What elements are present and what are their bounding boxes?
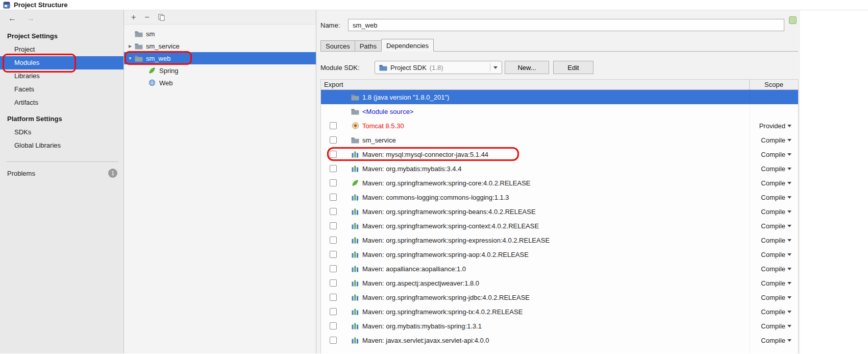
- scope-value: Compile: [761, 136, 785, 144]
- settings-sidebar: ← → Project SettingsProjectModulesLibrar…: [0, 10, 124, 353]
- sidebar-item-libraries[interactable]: Libraries: [0, 69, 123, 83]
- dependency-row[interactable]: Maven: org.mybatis:mybatis:3.4.4Compile: [321, 161, 798, 176]
- add-icon[interactable]: +: [131, 13, 136, 21]
- export-checkbox[interactable]: [330, 308, 337, 315]
- dependency-row[interactable]: Maven: aopalliance:aopalliance:1.0Compil…: [321, 262, 798, 276]
- scope-empty: [749, 90, 798, 104]
- tree-item-spring[interactable]: Spring: [124, 64, 316, 77]
- dependency-row[interactable]: Maven: javax.servlet:javax.servlet-api:4…: [321, 333, 798, 347]
- export-checkbox[interactable]: [330, 122, 337, 129]
- dependency-label: Maven: org.aspectj:aspectjweaver:1.8.0: [362, 279, 749, 287]
- chevron-down-icon: [787, 139, 791, 141]
- export-checkbox[interactable]: [330, 294, 337, 301]
- export-checkbox[interactable]: [330, 151, 337, 158]
- tab-sources[interactable]: Sources: [320, 40, 355, 51]
- scope-dropdown[interactable]: Compile: [749, 161, 798, 176]
- scope-dropdown[interactable]: Compile: [749, 190, 798, 204]
- dependency-label: 1.8 (java version "1.8.0_201"): [362, 93, 749, 101]
- new-sdk-button[interactable]: New...: [505, 61, 549, 74]
- export-checkbox[interactable]: [330, 165, 337, 172]
- tree-item-sm[interactable]: sm: [124, 28, 316, 40]
- dependency-row[interactable]: Maven: org.springframework:spring-contex…: [321, 219, 798, 233]
- folder-icon: [351, 108, 359, 115]
- scope-dropdown[interactable]: Compile: [749, 276, 798, 290]
- module-sdk-select[interactable]: Project SDK (1.8): [375, 61, 502, 74]
- dependency-row[interactable]: Maven: org.springframework:spring-expres…: [321, 233, 798, 247]
- scope-dropdown[interactable]: Compile: [749, 133, 798, 147]
- dependency-row[interactable]: Maven: org.springframework:spring-core:4…: [321, 176, 798, 190]
- export-checkbox[interactable]: [330, 194, 337, 201]
- edit-sdk-button[interactable]: Edit: [553, 61, 593, 74]
- tree-item-sm-web[interactable]: ▼sm_web: [124, 52, 316, 64]
- back-arrow-icon[interactable]: ←: [8, 14, 16, 22]
- scope-dropdown[interactable]: Provided: [749, 119, 798, 133]
- scope-dropdown[interactable]: Compile: [749, 219, 798, 233]
- module-name-input[interactable]: [348, 19, 784, 31]
- scope-dropdown[interactable]: Compile: [749, 304, 798, 319]
- chevron-down-icon: [787, 339, 791, 342]
- scope-dropdown[interactable]: Compile: [749, 319, 798, 333]
- scope-dropdown[interactable]: Compile: [749, 290, 798, 304]
- sidebar-item-artifacts[interactable]: Artifacts: [0, 96, 123, 109]
- sidebar-item-sdks[interactable]: SDKs: [0, 126, 123, 139]
- dependency-row[interactable]: Tomcat 8.5.30Provided: [321, 119, 798, 133]
- tree-item-label: Spring: [159, 67, 179, 75]
- sdk-folder-icon: [379, 64, 387, 71]
- scope-empty: [749, 104, 798, 119]
- scope-dropdown[interactable]: Compile: [749, 262, 798, 276]
- tab-dependencies[interactable]: Dependencies: [381, 39, 434, 52]
- tree-item-sm-service[interactable]: ▶sm_service: [124, 40, 316, 52]
- dependency-row[interactable]: Maven: org.mybatis:mybatis-spring:1.3.1C…: [321, 319, 798, 333]
- export-checkbox[interactable]: [330, 179, 337, 186]
- export-checkbox[interactable]: [330, 136, 337, 144]
- sidebar-item-problems[interactable]: Problems 1: [0, 162, 123, 184]
- dependency-row[interactable]: Maven: org.springframework:spring-tx:4.0…: [321, 304, 798, 319]
- chevron-down-icon: [787, 253, 791, 256]
- dependency-label: Maven: org.springframework:spring-aop:4.…: [362, 251, 749, 258]
- dependency-row[interactable]: Maven: org.springframework:spring-jdbc:4…: [321, 290, 798, 304]
- dependency-row[interactable]: sm_serviceCompile: [321, 133, 798, 147]
- sidebar-item-project[interactable]: Project: [0, 43, 123, 56]
- remove-icon[interactable]: −: [144, 13, 149, 21]
- dependency-row[interactable]: Maven: org.springframework:spring-aop:4.…: [321, 247, 798, 262]
- export-checkbox[interactable]: [330, 251, 337, 258]
- problems-count-badge: 1: [108, 169, 117, 178]
- sidebar-item-global-libraries[interactable]: Global Libraries: [0, 139, 123, 152]
- forward-arrow-icon[interactable]: →: [27, 14, 35, 22]
- chevron-down-icon: [787, 125, 791, 127]
- scope-dropdown[interactable]: Compile: [749, 247, 798, 262]
- export-checkbox[interactable]: [330, 222, 337, 229]
- sidebar-item-modules[interactable]: Modules: [0, 56, 123, 69]
- dependency-row[interactable]: Maven: mysql:mysql-connector-java:5.1.44…: [321, 147, 798, 161]
- chevron-down-icon[interactable]: ▼: [126, 56, 134, 61]
- tree-item-web[interactable]: Web: [124, 77, 316, 89]
- dependency-row[interactable]: Maven: org.springframework:spring-beans:…: [321, 204, 798, 219]
- scope-value: Compile: [761, 165, 785, 173]
- chevron-right-icon[interactable]: ▶: [126, 44, 134, 49]
- export-checkbox[interactable]: [330, 265, 337, 272]
- chevron-down-icon: [493, 66, 498, 69]
- tab-paths[interactable]: Paths: [355, 40, 382, 51]
- export-checkbox[interactable]: [330, 337, 337, 344]
- dependency-row[interactable]: Maven: org.aspectj:aspectjweaver:1.8.0Co…: [321, 276, 798, 290]
- scope-dropdown[interactable]: Compile: [749, 147, 798, 161]
- scope-dropdown[interactable]: Compile: [749, 233, 798, 247]
- export-checkbox[interactable]: [330, 322, 337, 329]
- scope-dropdown[interactable]: Compile: [749, 176, 798, 190]
- scope-dropdown[interactable]: Compile: [749, 333, 798, 347]
- export-checkbox[interactable]: [330, 279, 337, 287]
- library-icon: [351, 294, 359, 301]
- dependency-label: Maven: org.mybatis:mybatis-spring:1.3.1: [362, 322, 749, 330]
- app-icon: [3, 2, 10, 9]
- name-label: Name:: [320, 21, 340, 29]
- export-checkbox[interactable]: [330, 208, 337, 215]
- export-checkbox[interactable]: [330, 237, 337, 244]
- dependency-row[interactable]: Maven: commons-logging:commons-logging:1…: [321, 190, 798, 204]
- sidebar-item-facets[interactable]: Facets: [0, 83, 123, 96]
- copy-icon[interactable]: [158, 14, 165, 21]
- dependency-row[interactable]: <Module source>: [321, 104, 798, 119]
- scope-dropdown[interactable]: Compile: [749, 204, 798, 219]
- export-column-header: Export: [321, 81, 749, 88]
- dependency-row[interactable]: 1.8 (java version "1.8.0_201"): [321, 90, 798, 104]
- tree-item-label: sm_service: [146, 42, 180, 50]
